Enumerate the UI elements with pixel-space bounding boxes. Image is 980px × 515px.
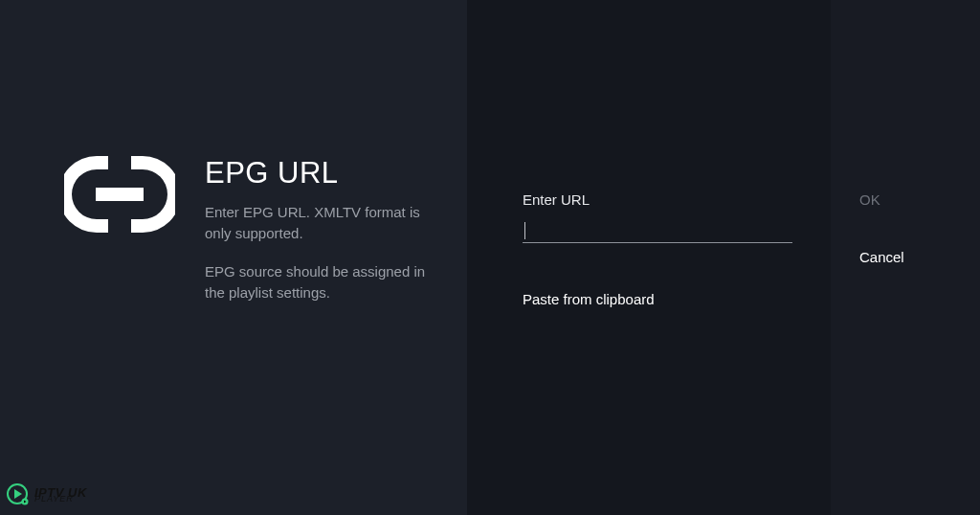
cancel-button[interactable]: Cancel bbox=[859, 249, 904, 265]
svg-rect-0 bbox=[96, 188, 144, 201]
paste-from-clipboard-button[interactable]: Paste from clipboard bbox=[523, 291, 655, 307]
svg-marker-2 bbox=[14, 489, 22, 499]
page-description-2: EPG source should be assigned in the pla… bbox=[205, 261, 444, 303]
play-icon bbox=[6, 482, 31, 507]
url-field-label: Enter URL bbox=[523, 191, 590, 208]
watermark-text-2: PLAYER bbox=[34, 495, 87, 504]
link-icon bbox=[64, 156, 175, 233]
actions-pane: OK Cancel bbox=[831, 0, 980, 515]
watermark-logo: IPTV UK PLAYER bbox=[6, 482, 87, 507]
form-pane: Enter URL Paste from clipboard bbox=[467, 0, 831, 515]
page-description-1: Enter EPG URL. XMLTV format is only supp… bbox=[205, 202, 444, 244]
text-cursor bbox=[524, 222, 525, 239]
url-input[interactable] bbox=[523, 216, 792, 243]
page-title: EPG URL bbox=[205, 156, 444, 190]
info-pane: EPG URL Enter EPG URL. XMLTV format is o… bbox=[0, 0, 467, 515]
ok-button[interactable]: OK bbox=[859, 191, 880, 208]
